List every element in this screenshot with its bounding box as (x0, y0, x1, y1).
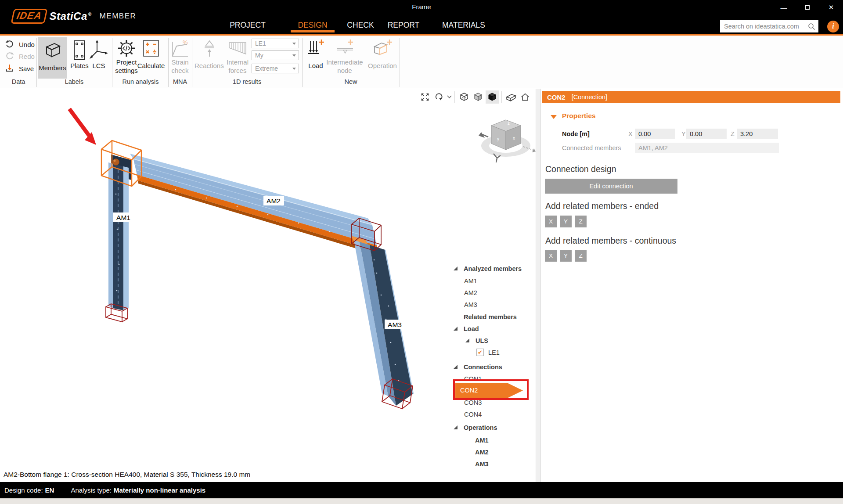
zoom-fit-button[interactable] (418, 90, 432, 104)
registered-mark: ® (88, 12, 92, 17)
load-button[interactable]: Load (306, 62, 325, 69)
lcs-button[interactable]: LCS (89, 62, 108, 69)
solid-view-button[interactable] (486, 90, 499, 104)
node-x-field[interactable] (635, 129, 675, 139)
tree-related-members[interactable]: Related members (450, 313, 536, 321)
node-y-field[interactable] (686, 129, 727, 139)
calculate-button[interactable]: Calculate (136, 62, 166, 69)
reactions-icon (200, 39, 219, 58)
continuous-x-button[interactable]: X (545, 250, 557, 262)
tab-report[interactable]: REPORT (386, 21, 421, 30)
x-axis-label: X (628, 130, 633, 137)
chevron-down-icon (447, 95, 452, 99)
con2-annotation-box (453, 379, 529, 400)
connection-design-title: Connection design (545, 164, 616, 174)
node-z-field[interactable] (737, 129, 778, 139)
properties-section-title: Properties (562, 112, 596, 120)
clipping-plane-icon (505, 92, 517, 102)
home-icon (520, 92, 530, 102)
shaded-view-button[interactable] (472, 90, 485, 104)
analysis-type-label: Analysis type: (71, 486, 112, 494)
tree-uls[interactable]: ULS (450, 336, 536, 345)
viewport-toolbar (418, 90, 532, 104)
chevron-down-icon (292, 54, 296, 57)
group-label-mna: MNA (168, 78, 192, 85)
tree-operations-am1[interactable]: AM1 (450, 436, 536, 445)
close-button[interactable]: ✕ (819, 0, 843, 15)
tree-analyzed-members[interactable]: Analyzed members (450, 264, 536, 273)
expander-icon[interactable] (454, 266, 458, 270)
save-button[interactable]: Save (4, 63, 34, 74)
tree-operations-am2[interactable]: AM2 (450, 448, 536, 457)
app-window: IDEA StatiCa® MEMBER Frame PROJECT DESIG… (0, 0, 843, 504)
home-view-button[interactable] (519, 90, 532, 104)
intermediate-node-button: Intermediate (326, 58, 364, 66)
connected-members-field (635, 143, 779, 153)
tab-design[interactable]: DESIGN (293, 21, 332, 30)
members-button[interactable]: Members (38, 37, 67, 79)
ended-x-button[interactable]: X (545, 216, 557, 227)
restore-icon (805, 5, 810, 10)
le1-checkbox[interactable]: ✔ (476, 349, 484, 356)
edit-connection-button[interactable]: Edit connection (545, 179, 677, 194)
plates-button[interactable]: Plates (66, 62, 93, 69)
expander-icon[interactable] (465, 338, 469, 342)
panel-splitter[interactable] (536, 89, 541, 482)
tree-con4[interactable]: CON4 (450, 410, 536, 419)
tab-check[interactable]: CHECK (345, 21, 376, 30)
toolbar-divider (501, 91, 502, 103)
continuous-z-button[interactable]: Z (575, 250, 587, 262)
node-label: Node [m] (562, 130, 590, 137)
save-icon (4, 63, 15, 74)
tree-operations-am3[interactable]: AM3 (450, 460, 536, 468)
node-sphere-highlight (114, 160, 116, 162)
header-accent-line (0, 34, 843, 36)
strain-check-label-2: check (169, 67, 191, 74)
model-tree: Analyzed members AM1 AM2 AM3 Related mem… (450, 263, 536, 473)
shaded-cube-icon (473, 92, 483, 102)
node-sphere (113, 159, 119, 166)
restore-button[interactable] (796, 0, 819, 15)
tree-am1[interactable]: AM1 (450, 277, 536, 285)
rotate-view-button[interactable] (432, 90, 446, 104)
clipping-plane-button[interactable] (504, 90, 518, 104)
tree-am3[interactable]: AM3 (450, 300, 536, 309)
model-viewport[interactable]: AM1 AM2 AM3 z y x (0, 89, 536, 482)
project-settings-icon (117, 39, 136, 58)
properties-collapse-caret[interactable] (551, 115, 557, 119)
properties-panel: CON2 [Connection] Properties Node [m] X … (541, 89, 843, 482)
continuous-y-button[interactable]: Y (560, 250, 572, 262)
ended-y-button[interactable]: Y (560, 216, 572, 227)
undo-icon (4, 39, 15, 50)
group-label-new: New (302, 78, 400, 85)
search-input[interactable] (720, 23, 808, 30)
ended-z-button[interactable]: Z (575, 216, 587, 227)
expander-icon[interactable] (454, 327, 458, 331)
member-am1[interactable] (108, 162, 129, 310)
hover-status-text: AM2-Bottom flange 1: Cross-section HEA40… (4, 471, 250, 479)
analysis-type-value: Materially non-linear analysis (114, 486, 205, 494)
search-box[interactable] (720, 20, 818, 32)
group-label-data: Data (2, 78, 35, 85)
tree-load[interactable]: Load (450, 324, 536, 333)
minimize-button[interactable]: — (772, 0, 796, 15)
navigation-cube[interactable]: z y x (479, 120, 536, 162)
plates-icon (71, 40, 88, 61)
expander-icon[interactable] (454, 425, 458, 429)
rotate-options-chevron[interactable] (446, 90, 452, 104)
tab-materials[interactable]: MATERIALS (440, 21, 487, 30)
wireframe-view-button[interactable] (458, 90, 471, 104)
strain-check-button: Strain (169, 58, 191, 66)
search-icon (808, 23, 815, 30)
expander-icon[interactable] (454, 365, 458, 369)
member-am2[interactable] (130, 154, 378, 255)
info-icon[interactable]: i (827, 21, 839, 32)
tree-connections[interactable]: Connections (450, 363, 536, 371)
member-label-am3: AM3 (385, 320, 405, 329)
tab-project[interactable]: PROJECT (230, 21, 266, 30)
tree-am2[interactable]: AM2 (450, 288, 536, 297)
tree-operations[interactable]: Operations (450, 423, 536, 432)
undo-button[interactable]: Undo (4, 39, 35, 50)
window-controls: — ✕ (772, 0, 843, 15)
tree-le1[interactable]: ✔LE1 (450, 348, 536, 357)
